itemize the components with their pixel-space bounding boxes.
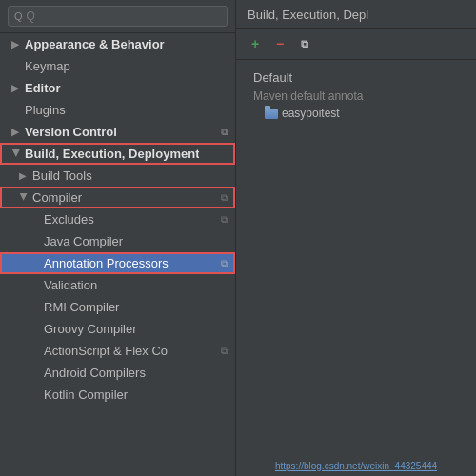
search-input[interactable] <box>27 10 221 23</box>
panel-toolbar: + − ⧉ <box>236 29 476 60</box>
sidebar-item-annotation-processors[interactable]: Annotation Processors ⧉ <box>0 252 235 274</box>
arrow-placeholder <box>30 214 40 225</box>
sidebar-item-label: Groovy Compiler <box>44 322 137 336</box>
profile-maven: Maven default annota <box>248 88 465 105</box>
sidebar-item-keymap[interactable]: Keymap <box>0 55 235 77</box>
panel-title: Build, Execution, Depl <box>236 0 476 29</box>
sidebar-item-label: Android Compilers <box>44 366 146 380</box>
watermark: https://blog.csdn.net/weixin_44325444 <box>236 458 476 472</box>
watermark-url: https://blog.csdn.net/weixin_44325444 <box>275 461 437 471</box>
sidebar-item-label: Compiler <box>32 190 82 205</box>
sidebar-item-label: Build Tools <box>32 169 92 183</box>
sidebar-item-label: Plugins <box>25 103 66 117</box>
arrow-placeholder <box>30 280 40 290</box>
sidebar: Q ▶ Appearance & Behavior Keymap ▶ Edito… <box>0 0 236 476</box>
search-input-wrap[interactable]: Q <box>8 6 228 27</box>
sidebar-item-android-compilers[interactable]: Android Compilers <box>0 362 235 384</box>
tree-item-label: easypoitest <box>282 107 340 120</box>
sidebar-item-label: Version Control <box>25 125 117 139</box>
arrow-icon: ▶ <box>11 39 21 50</box>
arrow-placeholder <box>30 324 40 334</box>
copy-icon: ⧉ <box>221 214 228 226</box>
sidebar-item-label: Build, Execution, Deployment <box>25 147 199 161</box>
sidebar-item-validation[interactable]: Validation <box>0 274 235 296</box>
sidebar-item-label: Appearance & Behavior <box>25 37 165 51</box>
sidebar-item-rmi-compiler[interactable]: RMI Compiler <box>0 296 235 318</box>
add-button[interactable]: + <box>246 34 265 53</box>
arrow-placeholder <box>30 258 40 268</box>
arrow-placeholder <box>30 346 40 356</box>
sidebar-item-editor[interactable]: ▶ Editor <box>0 77 235 99</box>
sidebar-item-label: Kotlin Compiler <box>44 387 128 402</box>
sidebar-item-version-control[interactable]: ▶ Version Control ⧉ <box>0 121 235 143</box>
panel-content: Default Maven default annota easypoitest <box>236 60 476 129</box>
sidebar-item-kotlin-compiler[interactable]: Kotlin Compiler <box>0 384 235 406</box>
sidebar-item-label: Annotation Processors <box>44 256 169 270</box>
arrow-placeholder <box>30 236 40 247</box>
arrow-placeholder <box>11 105 21 115</box>
sidebar-item-label: Excludes <box>44 212 94 227</box>
search-icon: Q <box>14 10 23 22</box>
copy-icon: ⧉ <box>221 192 228 204</box>
sidebar-item-appearance[interactable]: ▶ Appearance & Behavior <box>0 33 235 55</box>
arrow-icon: ▶ <box>11 127 21 137</box>
arrow-placeholder <box>30 302 40 312</box>
sidebar-item-label: Editor <box>25 81 61 95</box>
sidebar-item-compiler[interactable]: ▶ Compiler ⧉ <box>0 187 235 208</box>
profile-tree-item: easypoitest <box>248 105 465 122</box>
search-bar: Q <box>0 0 235 33</box>
arrow-icon: ▶ <box>19 170 29 181</box>
sidebar-item-label: Validation <box>44 278 97 292</box>
sidebar-item-plugins[interactable]: Plugins <box>0 99 235 121</box>
copy-icon: ⧉ <box>221 127 228 138</box>
arrow-icon: ▶ <box>11 83 21 93</box>
folder-icon <box>265 109 278 119</box>
sidebar-item-label: Java Compiler <box>44 234 123 248</box>
sidebar-item-groovy-compiler[interactable]: Groovy Compiler <box>0 318 235 340</box>
sidebar-item-label: ActionScript & Flex Co <box>44 344 168 358</box>
sidebar-item-label: Keymap <box>25 59 70 73</box>
profile-default: Default <box>248 68 465 88</box>
sidebar-item-actionscript[interactable]: ActionScript & Flex Co ⧉ <box>0 340 235 362</box>
copy-icon: ⧉ <box>221 258 228 269</box>
sidebar-item-java-compiler[interactable]: Java Compiler <box>0 230 235 252</box>
remove-button[interactable]: − <box>270 34 289 53</box>
right-panel: Build, Execution, Depl + − ⧉ Default Mav… <box>236 0 476 476</box>
sidebar-item-excludes[interactable]: Excludes ⧉ <box>0 208 235 230</box>
arrow-placeholder <box>30 389 40 400</box>
arrow-icon: ▶ <box>11 149 22 159</box>
sidebar-item-build-tools[interactable]: ▶ Build Tools <box>0 165 235 187</box>
nav-list: ▶ Appearance & Behavior Keymap ▶ Editor … <box>0 33 235 476</box>
arrow-icon: ▶ <box>19 193 30 203</box>
main-layout: Q ▶ Appearance & Behavior Keymap ▶ Edito… <box>0 0 476 476</box>
sidebar-item-build-execution[interactable]: ▶ Build, Execution, Deployment <box>0 143 235 165</box>
arrow-placeholder <box>11 61 21 71</box>
sidebar-item-label: RMI Compiler <box>44 300 119 314</box>
copy-button[interactable]: ⧉ <box>295 34 314 53</box>
arrow-placeholder <box>30 367 40 378</box>
copy-icon: ⧉ <box>221 346 228 357</box>
